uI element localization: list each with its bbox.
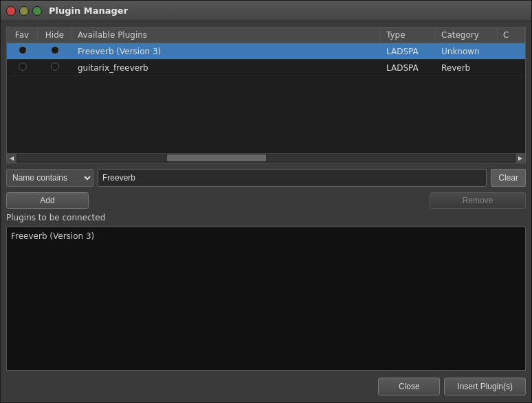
filter-input[interactable] (98, 169, 487, 187)
cell-hide-1 (38, 45, 72, 58)
window-title: Plugin Manager (49, 5, 128, 16)
col-header-category: Category (436, 27, 498, 43)
hide-dot-1 (51, 46, 59, 54)
cell-name-1: Freeverb (Version 3) (72, 45, 381, 58)
fav-dot-1 (19, 46, 27, 54)
titlebar-buttons (6, 6, 42, 16)
remove-button[interactable]: Remove (430, 192, 526, 209)
col-header-name: Available Plugins (72, 27, 381, 43)
scroll-left-button[interactable]: ◀ (7, 153, 16, 163)
add-button[interactable]: Add (6, 192, 89, 209)
maximize-window-button[interactable] (32, 6, 42, 16)
plugin-manager-window: Plugin Manager Fav Hide Available Plugin… (0, 0, 532, 403)
cell-type-2: LADSPA (381, 62, 436, 74)
cell-extra-2 (498, 67, 525, 69)
hide-dot-2 (51, 62, 59, 71)
insert-plugin-button[interactable]: Insert Plugin(s) (444, 378, 526, 395)
table-row[interactable]: Freeverb (Version 3) LADSPA Unknown (7, 43, 525, 60)
table-row[interactable]: guitarix_freeverb LADSPA Reverb (7, 60, 525, 76)
plugin-item: Freeverb (Version 3) (11, 231, 521, 241)
horizontal-scrollbar[interactable]: ◀ ▶ (7, 153, 525, 163)
clear-button[interactable]: Clear (491, 169, 526, 187)
col-header-hide: Hide (38, 27, 72, 43)
filter-select-container: Name contains Type contains Category con… (6, 169, 93, 187)
col-header-fav: Fav (7, 27, 38, 43)
cell-category-1: Unknown (436, 45, 498, 58)
scroll-thumb[interactable] (167, 154, 266, 161)
minimize-window-button[interactable] (19, 6, 29, 16)
col-header-extra: C (498, 27, 525, 43)
col-header-type: Type (381, 27, 436, 43)
plugins-section-label: Plugins to be connected (6, 213, 526, 222)
cell-fav-2 (7, 61, 38, 74)
cell-type-1: LADSPA (381, 45, 436, 58)
cell-fav-1 (7, 45, 38, 58)
titlebar: Plugin Manager (1, 1, 531, 21)
table-body: Freeverb (Version 3) LADSPA Unknown guit… (7, 43, 525, 153)
cell-category-2: Reverb (436, 62, 498, 74)
actions-row: Add Remove (6, 192, 526, 209)
cell-hide-2 (38, 61, 72, 74)
scroll-right-button[interactable]: ▶ (516, 153, 525, 163)
fav-dot-2 (19, 62, 27, 71)
filter-row: Name contains Type contains Category con… (6, 168, 526, 188)
plugin-table-container: Fav Hide Available Plugins Type Category… (6, 27, 526, 163)
scroll-track[interactable] (18, 154, 514, 161)
cell-extra-1 (498, 50, 525, 53)
close-window-button[interactable] (6, 6, 16, 16)
table-header: Fav Hide Available Plugins Type Category… (7, 27, 525, 43)
main-content: Fav Hide Available Plugins Type Category… (1, 21, 531, 402)
cell-name-2: guitarix_freeverb (72, 62, 381, 74)
filter-type-select[interactable]: Name contains Type contains Category con… (7, 171, 93, 185)
plugins-box: Freeverb (Version 3) (6, 227, 526, 371)
bottom-buttons: Close Insert Plugin(s) (6, 375, 526, 397)
close-button[interactable]: Close (378, 378, 440, 395)
